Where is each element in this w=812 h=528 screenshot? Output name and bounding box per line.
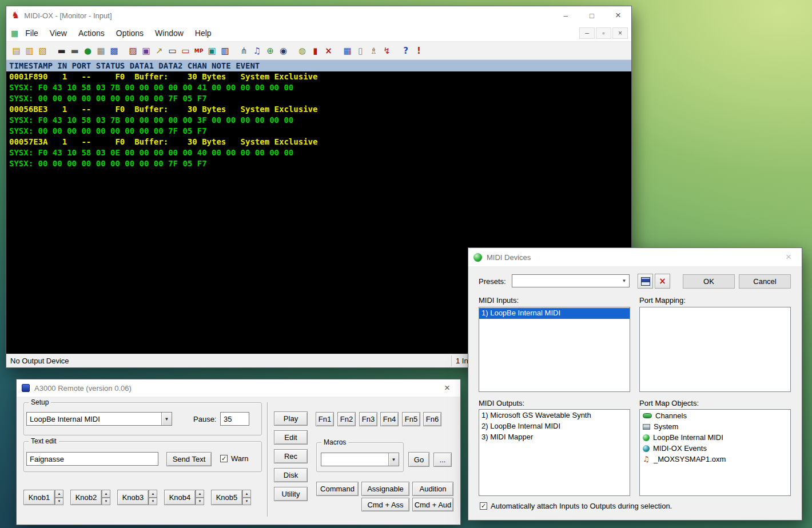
snapshot-icon[interactable]: ▧ xyxy=(36,44,49,57)
spin-down-icon[interactable]: ▼ xyxy=(242,498,251,506)
signal-meter-icon[interactable]: ▮ xyxy=(309,44,322,57)
mdi-restore-button[interactable]: ▫ xyxy=(596,27,611,39)
mp-meter-icon[interactable]: MP xyxy=(192,44,205,57)
fn5-button[interactable]: Fn5 xyxy=(402,412,420,426)
globe-dark-icon[interactable]: ◉ xyxy=(277,44,290,57)
spin-down-icon[interactable]: ▼ xyxy=(196,498,204,506)
pause-field[interactable] xyxy=(220,412,249,426)
fn6-button[interactable]: Fn6 xyxy=(423,412,441,426)
chevron-down-icon[interactable]: ▼ xyxy=(161,413,172,425)
midi-outputs-list[interactable]: 1) Microsoft GS Wavetable Synth 2) LoopB… xyxy=(479,409,630,496)
cmd-aud-button[interactable]: Cmd + Aud xyxy=(412,498,453,511)
spin-down-icon[interactable]: ▼ xyxy=(55,498,63,506)
menu-window[interactable]: Window xyxy=(149,29,189,38)
a3000-titlebar[interactable]: A3000 Remote (version 0.06) × xyxy=(17,379,460,397)
spin-up-icon[interactable]: ▲ xyxy=(55,490,63,498)
metronome-icon[interactable]: ♗ xyxy=(367,44,380,57)
audition-button[interactable]: Audition xyxy=(412,482,453,496)
devices-titlebar[interactable]: MIDI Devices × xyxy=(468,248,802,266)
view-table-icon[interactable]: ▦ xyxy=(341,44,354,57)
level-bar-icon[interactable]: ▯ xyxy=(354,44,367,57)
maximize-button[interactable]: □ xyxy=(579,6,605,25)
mdi-minimize-button[interactable]: – xyxy=(579,27,595,39)
menu-actions[interactable]: Actions xyxy=(73,29,110,38)
close-button[interactable]: × xyxy=(605,6,631,25)
graph-icon[interactable]: ↯ xyxy=(380,44,393,57)
assignable-button[interactable]: Assignable xyxy=(361,482,409,496)
spin-up-icon[interactable]: ▲ xyxy=(102,490,110,498)
data-display-icon[interactable]: ▣ xyxy=(140,44,153,57)
fn3-button[interactable]: Fn3 xyxy=(359,412,377,426)
port-map-objects-list[interactable]: Channels System LoopBe Internal MIDI MID… xyxy=(639,409,791,496)
devices-close-button[interactable]: × xyxy=(775,248,802,266)
keyboard-dark-icon[interactable]: ▬ xyxy=(55,44,68,57)
ok-button[interactable]: OK xyxy=(683,274,735,289)
save-preset-button[interactable] xyxy=(638,274,653,289)
port-splitter-icon[interactable]: ⋔ xyxy=(237,44,250,57)
midi-status-icon[interactable]: ● xyxy=(81,44,94,57)
open-file-icon[interactable]: ▤ xyxy=(10,44,23,57)
spin-up-icon[interactable]: ▲ xyxy=(196,490,204,498)
cancel-button[interactable]: Cancel xyxy=(739,274,791,289)
edit-button[interactable]: Edit xyxy=(274,430,308,445)
cmd-ass-button[interactable]: Cmd + Ass xyxy=(361,498,409,511)
fn1-button[interactable]: Fn1 xyxy=(316,412,334,426)
world-map-icon[interactable]: ◍ xyxy=(296,44,309,57)
list-item[interactable]: LoopBe Internal MIDI xyxy=(640,432,790,443)
list-item[interactable]: MIDI-OX Events xyxy=(640,443,790,454)
presets-select[interactable]: ▼ xyxy=(512,274,630,287)
knob1-button[interactable]: Knob1 xyxy=(23,490,55,505)
list-item[interactable]: 1) Microsoft GS Wavetable Synth xyxy=(479,410,630,421)
port-mapping-list[interactable] xyxy=(639,307,791,392)
knob2-spinner[interactable]: ▲▼ xyxy=(102,490,110,505)
fn2-button[interactable]: Fn2 xyxy=(337,412,356,426)
list-item[interactable]: 3) MIDI Mapper xyxy=(479,432,630,443)
spin-down-icon[interactable]: ▼ xyxy=(102,498,110,506)
midiox-titlebar[interactable]: ♞ MIDI-OX - [Monitor - Input] – □ × xyxy=(6,6,631,25)
help-icon[interactable]: ? xyxy=(399,44,412,57)
more-button[interactable]: ... xyxy=(433,453,452,467)
list-item[interactable]: 1) LoopBe Internal MIDI xyxy=(479,308,630,319)
macros-select[interactable]: ▼ xyxy=(321,453,399,466)
keyboard-lit-icon[interactable]: ▬ xyxy=(68,44,81,57)
list-item[interactable]: Channels xyxy=(640,410,790,421)
menu-options[interactable]: Options xyxy=(110,29,149,38)
play-button[interactable]: Play xyxy=(274,411,308,426)
disk-button[interactable]: Disk xyxy=(274,468,308,482)
spin-down-icon[interactable]: ▼ xyxy=(149,498,157,506)
chevron-down-icon[interactable]: ▼ xyxy=(388,453,399,466)
alert-icon[interactable]: ! xyxy=(412,44,425,57)
monitor-input-icon[interactable]: ▣ xyxy=(205,44,218,57)
knob3-button[interactable]: Knob3 xyxy=(117,490,149,505)
knob4-button[interactable]: Knob4 xyxy=(164,490,196,505)
warn-checkbox[interactable]: ✓ Warn xyxy=(220,454,249,463)
command-button[interactable]: Command xyxy=(316,482,359,496)
midi-inputs-list[interactable]: 1) LoopBe Internal MIDI xyxy=(479,307,630,392)
knob1-spinner[interactable]: ▲▼ xyxy=(55,490,63,505)
spin-up-icon[interactable]: ▲ xyxy=(149,490,157,498)
keyboard-red-icon[interactable]: ▭ xyxy=(179,44,192,57)
list-item[interactable]: ♫ _MOXSYSMAP1.oxm xyxy=(640,454,790,465)
delete-icon[interactable]: × xyxy=(322,44,335,57)
midi-port-select[interactable]: LoopBe Internal MIDI ▼ xyxy=(26,412,172,426)
knob2-button[interactable]: Knob2 xyxy=(70,490,102,505)
syringe-icon[interactable]: ↗ xyxy=(153,44,166,57)
sysex-gears-icon[interactable]: ⊕ xyxy=(264,44,277,57)
go-button[interactable]: Go xyxy=(408,452,429,467)
fn4-button[interactable]: Fn4 xyxy=(380,412,399,426)
text-edit-field[interactable] xyxy=(26,452,158,466)
bank-display-icon[interactable]: ▨ xyxy=(126,44,140,57)
delete-preset-button[interactable]: × xyxy=(655,274,670,289)
rec-button[interactable]: Rec xyxy=(274,449,308,463)
auto-attach-checkbox[interactable]: ✓ Automatically attach Inputs to Outputs… xyxy=(480,502,672,510)
save-file-icon[interactable]: ▥ xyxy=(23,44,36,57)
spin-up-icon[interactable]: ▲ xyxy=(242,490,251,498)
minimize-button[interactable]: – xyxy=(552,6,579,25)
knob5-spinner[interactable]: ▲▼ xyxy=(242,490,251,505)
knob3-spinner[interactable]: ▲▼ xyxy=(149,490,157,505)
a3000-close-button[interactable]: × xyxy=(434,379,460,397)
send-text-button[interactable]: Send Text xyxy=(166,452,212,466)
instrument-panel-icon[interactable]: ▩ xyxy=(108,44,121,57)
midi-notes-icon[interactable]: ♫ xyxy=(250,44,264,57)
keyboard-mini-icon[interactable]: ▭ xyxy=(166,44,179,57)
